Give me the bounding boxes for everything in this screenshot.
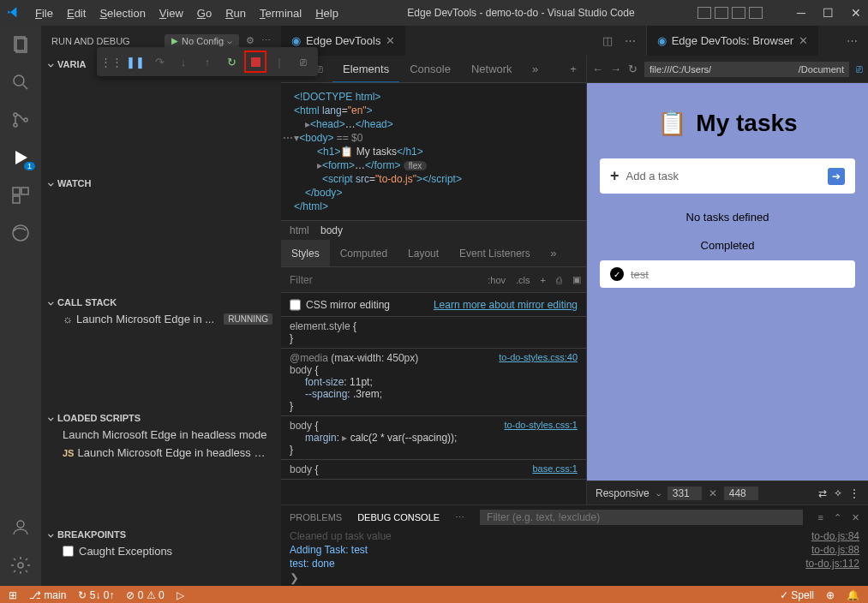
menu-file[interactable]: File [29,3,59,23]
explorer-icon[interactable] [10,34,31,55]
settings-icon[interactable] [10,555,31,576]
more-icon[interactable]: ⋮ [849,487,859,499]
list-icon[interactable]: ≡ [818,512,823,523]
reload-icon[interactable]: ↻ [628,63,638,75]
sync-indicator[interactable]: ↻ 5↓ 0↑ [78,589,114,601]
close-button[interactable]: ✕ [851,6,861,20]
extensions-icon[interactable] [10,185,31,206]
width-input[interactable]: 331 [667,487,702,500]
menu-edit[interactable]: Edit [61,3,92,23]
breadcrumb[interactable]: html body [281,220,586,240]
branch-indicator[interactable]: ⎇ main [29,589,66,601]
add-task-input[interactable]: + Add a task ➔ [600,158,855,194]
breakpoints-section[interactable]: ⌵BREAKPOINTS [41,526,281,542]
console-tab[interactable]: Console [399,56,461,82]
layout-tab[interactable]: Layout [398,240,449,266]
loaded-script[interactable]: JSLaunch Microsoft Edge in headless m... [41,444,281,462]
more-icon[interactable]: ⋯ [625,34,636,47]
styles-tab[interactable]: Styles [281,240,330,266]
grip-icon[interactable]: ⋮⋮ [100,51,123,73]
errors-indicator[interactable]: ⊘ 0 ⚠ 0 [126,589,164,601]
pause-icon[interactable]: ❚❚ [124,51,147,73]
problems-tab[interactable]: PROBLEMS [290,512,342,522]
feedback-icon[interactable]: ⊕ [826,589,835,601]
menu-view[interactable]: View [153,3,189,23]
debug-icon[interactable]: ▷ [177,589,184,601]
mirror-checkbox[interactable] [290,299,301,311]
loaded-script[interactable]: Launch Microsoft Edge in headless mode [41,426,281,444]
gear-icon[interactable]: ⚙ [246,35,254,46]
plus-icon[interactable]: + [536,275,551,285]
restart-icon[interactable]: ↻ [220,51,242,73]
step-out-icon[interactable]: ↑ [196,51,218,73]
console-filter[interactable] [480,510,802,525]
edge-icon[interactable] [10,223,31,243]
css-rules[interactable]: element.style {} to-do-styles.css:40 @me… [281,317,586,504]
callstack-section[interactable]: ⌵CALL STACK [41,294,281,310]
layout-icon[interactable] [749,7,763,19]
remote-icon[interactable]: ⊞ [9,589,17,601]
layout-icon[interactable] [697,7,711,19]
split-icon[interactable]: ◫ [602,34,613,47]
url-bar[interactable]: file:///C:/Users//Document [644,62,849,77]
layout-icon[interactable] [715,7,728,19]
account-icon[interactable] [10,517,31,538]
back-icon[interactable]: ← [592,63,603,75]
close-icon[interactable]: ✕ [852,512,859,523]
styles-filter[interactable] [281,274,482,286]
chevron-icon[interactable]: » [541,247,566,260]
run-debug-icon[interactable]: 1 [10,147,31,168]
menu-run[interactable]: Run [219,3,252,23]
stop-icon[interactable] [244,51,266,73]
elements-tab[interactable]: Elements [332,56,399,82]
computed-tab[interactable]: Computed [330,240,398,266]
source-control-icon[interactable] [10,110,31,130]
tab-edge-browser[interactable]: ◉ Edge DevTools: Browser ✕ [646,26,819,56]
config-dropdown[interactable]: ▶No Config⌵ [165,34,239,48]
more-icon[interactable]: ⋯ [847,34,858,47]
mirror-link[interactable]: Learn more about mirror editing [434,299,578,311]
caught-exceptions-checkbox[interactable]: Caught Exceptions [41,542,281,560]
hov-button[interactable]: :hov [482,275,511,285]
menu-help[interactable]: Help [309,3,344,23]
debug-console-tab[interactable]: DEBUG CONSOLE [357,512,440,522]
listeners-tab[interactable]: Event Listeners [449,240,541,266]
close-icon[interactable]: ✕ [799,34,808,47]
callstack-item[interactable]: ☼Launch Microsoft Edge in ... RUNNING [41,310,281,328]
task-item[interactable]: ✓ test [600,260,855,288]
spell-indicator[interactable]: ✓ Spell [780,589,814,601]
height-input[interactable]: 448 [724,487,758,500]
bell-icon[interactable]: 🔔 [847,589,859,601]
responsive-dropdown[interactable]: Responsive [596,487,650,499]
menu-terminal[interactable]: Terminal [254,3,308,23]
console-prompt[interactable]: ❯ [281,570,868,586]
rendered-page[interactable]: 📋My tasks + Add a task ➔ No tasks define… [587,83,868,481]
chevron-up-icon[interactable]: ⌃ [834,512,841,523]
more-icon[interactable]: ⋯ [455,512,464,523]
close-icon[interactable]: ✕ [386,34,395,47]
menu-go[interactable]: Go [191,3,218,23]
network-tab[interactable]: Network [461,56,523,82]
screencast-icon[interactable]: ⎚ [856,63,863,75]
chevron-icon[interactable]: » [523,63,548,75]
dom-tree[interactable]: <!DOCTYPE html> <html lang="en"> ▸<head>… [281,83,586,220]
menu-selection[interactable]: Selection [93,3,151,23]
loaded-scripts-section[interactable]: ⌵LOADED SCRIPTS [41,409,281,426]
cls-button[interactable]: .cls [511,275,536,285]
print-icon[interactable]: ⎙ [551,275,567,285]
screencast-icon[interactable]: ⎚ [292,51,314,73]
layout-icon[interactable] [732,7,745,19]
rotate-icon[interactable]: ⇄ [818,487,827,499]
minimize-button[interactable]: ─ [797,6,805,20]
plus-icon[interactable]: + [560,63,586,75]
step-into-icon[interactable]: ↓ [172,51,195,73]
computed-toggle-icon[interactable]: ▣ [567,274,586,285]
watch-section[interactable]: ⌵WATCH [41,175,281,191]
maximize-button[interactable]: ☐ [823,6,834,20]
step-over-icon[interactable]: ↷ [148,51,171,73]
submit-icon[interactable]: ➔ [828,168,845,185]
wand-icon[interactable]: ✧ [834,487,842,499]
more-icon[interactable]: ⋯ [261,35,271,46]
search-icon[interactable] [10,72,31,93]
forward-icon[interactable]: → [610,63,621,75]
